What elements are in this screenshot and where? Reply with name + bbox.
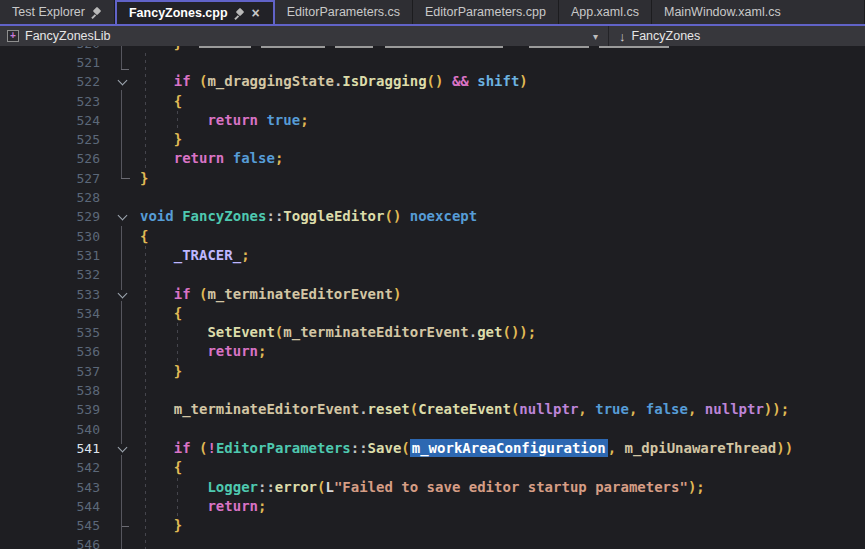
code-token bbox=[191, 440, 199, 456]
code-token: IsDragging bbox=[342, 73, 426, 89]
code-line-524[interactable]: 524return true; bbox=[0, 111, 865, 130]
code-lines: 520} 521522if (m_draggingState.IsDraggin… bbox=[0, 46, 865, 549]
chevron-down-icon bbox=[117, 288, 127, 298]
code-token: ( bbox=[410, 401, 418, 417]
project-dropdown[interactable]: + FancyZonesLib ▾ bbox=[0, 26, 608, 46]
code-text: } bbox=[140, 362, 865, 381]
pin-icon[interactable] bbox=[91, 7, 102, 18]
cpp-project-icon: + bbox=[7, 30, 19, 42]
tab-label: FancyZones.cpp bbox=[129, 6, 228, 20]
code-token bbox=[224, 150, 232, 166]
fold-margin bbox=[102, 265, 140, 284]
code-line-522[interactable]: 522if (m_draggingState.IsDragging() && s… bbox=[0, 72, 865, 91]
code-line-536[interactable]: 536return; bbox=[0, 342, 865, 361]
code-text: SetEvent(m_terminateEditorEvent.get()); bbox=[140, 323, 865, 342]
code-token: return bbox=[174, 150, 225, 166]
chevron-down-icon bbox=[117, 76, 127, 86]
fold-margin bbox=[102, 439, 140, 458]
navigation-bar: + FancyZonesLib ▾ ↓ FancyZones bbox=[0, 26, 865, 46]
tab-fancyzones-cpp[interactable]: FancyZones.cpp× bbox=[115, 0, 275, 24]
close-icon[interactable]: × bbox=[251, 6, 261, 20]
code-token: () bbox=[427, 73, 444, 89]
code-token: return bbox=[207, 498, 258, 514]
tab-test-explorer[interactable]: Test Explorer bbox=[0, 0, 115, 24]
fold-chevron-icon[interactable] bbox=[114, 444, 130, 455]
fold-margin bbox=[102, 149, 140, 168]
code-line-535[interactable]: 535SetEvent(m_terminateEditorEvent.get()… bbox=[0, 323, 865, 342]
code-token: false bbox=[646, 401, 688, 417]
code-line-521[interactable]: 521 bbox=[0, 53, 865, 72]
project-name: FancyZonesLib bbox=[25, 29, 110, 43]
code-line-529[interactable]: 529void FancyZones::ToggleEditor() noexc… bbox=[0, 207, 865, 226]
fold-margin bbox=[102, 207, 140, 226]
code-line-520[interactable]: 520} bbox=[0, 46, 865, 53]
code-token bbox=[443, 73, 451, 89]
code-line-528[interactable]: 528 bbox=[0, 188, 865, 207]
code-text: } bbox=[140, 46, 865, 53]
code-line-539[interactable]: 539m_terminateEditorEvent.reset(CreateEv… bbox=[0, 400, 865, 419]
code-token: ()); bbox=[502, 324, 536, 340]
code-text: if (m_draggingState.IsDragging() && shif… bbox=[140, 72, 865, 91]
code-line-530[interactable]: 530{ bbox=[0, 227, 865, 246]
vs-editor-window: Test ExplorerFancyZones.cpp×EditorParame… bbox=[0, 0, 865, 549]
code-line-545[interactable]: 545} bbox=[0, 516, 865, 535]
code-token: )); bbox=[764, 401, 789, 417]
code-line-532[interactable]: 532 bbox=[0, 265, 865, 284]
code-line-546[interactable]: 546 bbox=[0, 535, 865, 549]
fold-margin bbox=[102, 92, 140, 111]
tab-editorparameters-cs[interactable]: EditorParameters.cs bbox=[275, 0, 413, 24]
tab-editorparameters-cpp[interactable]: EditorParameters.cpp bbox=[413, 0, 559, 24]
code-token: Save bbox=[368, 440, 402, 456]
code-line-525[interactable]: 525} bbox=[0, 130, 865, 149]
code-line-542[interactable]: 542{ bbox=[0, 458, 865, 477]
code-token: CreateEvent bbox=[418, 401, 511, 417]
line-number: 523 bbox=[0, 92, 102, 111]
code-line-531[interactable]: 531_TRACER_; bbox=[0, 246, 865, 265]
code-line-538[interactable]: 538 bbox=[0, 381, 865, 400]
code-line-541[interactable]: 541if (!EditorParameters::Save(m_workAre… bbox=[0, 439, 865, 458]
fold-chevron-icon[interactable] bbox=[114, 212, 130, 223]
code-token: ) bbox=[393, 286, 401, 302]
code-token: true bbox=[595, 401, 629, 417]
clipped-text-fragment bbox=[261, 46, 325, 48]
code-token: m_terminateEditorEvent bbox=[283, 324, 468, 340]
code-line-534[interactable]: 534{ bbox=[0, 304, 865, 323]
code-token: shift bbox=[477, 73, 519, 89]
pin-icon[interactable] bbox=[234, 8, 245, 19]
line-number: 525 bbox=[0, 130, 102, 149]
tab-app-xaml-cs[interactable]: App.xaml.cs bbox=[559, 0, 652, 24]
selected-symbol[interactable]: m_workAreaConfiguration bbox=[410, 439, 608, 457]
clipped-text-fragment bbox=[385, 46, 503, 48]
code-token: ; bbox=[258, 498, 266, 514]
code-line-544[interactable]: 544return; bbox=[0, 497, 865, 516]
code-line-526[interactable]: 526return false; bbox=[0, 149, 865, 168]
code-text: { bbox=[140, 458, 865, 477]
code-token bbox=[191, 73, 199, 89]
code-token: } bbox=[174, 46, 182, 51]
code-text: { bbox=[140, 92, 865, 111]
code-line-527[interactable]: 527} bbox=[0, 169, 865, 188]
chevron-down-icon[interactable]: ▾ bbox=[589, 31, 602, 42]
code-line-537[interactable]: 537} bbox=[0, 362, 865, 381]
tab-label: App.xaml.cs bbox=[571, 5, 639, 19]
fold-chevron-icon[interactable] bbox=[114, 290, 130, 301]
code-line-523[interactable]: 523{ bbox=[0, 92, 865, 111]
code-line-533[interactable]: 533if (m_terminateEditorEvent) bbox=[0, 285, 865, 304]
code-token bbox=[696, 401, 704, 417]
fold-margin bbox=[102, 535, 140, 549]
fold-chevron-icon[interactable] bbox=[114, 77, 130, 88]
fold-margin bbox=[102, 285, 140, 304]
code-token: { bbox=[174, 305, 182, 321]
tab-mainwindow-xaml-cs[interactable]: MainWindow.xaml.cs bbox=[652, 0, 865, 24]
line-number: 529 bbox=[0, 207, 102, 226]
fold-margin bbox=[102, 362, 140, 381]
code-token: { bbox=[140, 228, 148, 244]
code-token bbox=[616, 440, 624, 456]
fold-margin bbox=[102, 497, 140, 516]
code-text: if (m_terminateEditorEvent) bbox=[140, 285, 865, 304]
scope-dropdown[interactable]: ↓ FancyZones bbox=[609, 26, 865, 46]
code-token: :: bbox=[266, 208, 283, 224]
code-line-543[interactable]: 543Logger::error(L"Failed to save editor… bbox=[0, 478, 865, 497]
code-line-540[interactable]: 540 bbox=[0, 420, 865, 439]
code-editor[interactable]: 520} 521522if (m_draggingState.IsDraggin… bbox=[0, 46, 865, 549]
